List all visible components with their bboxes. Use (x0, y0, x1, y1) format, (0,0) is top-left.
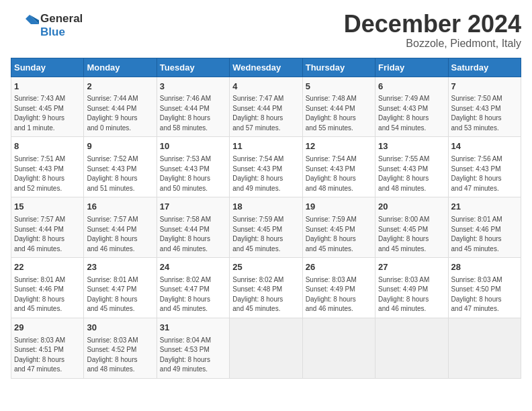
calendar-cell: 6Sunrise: 7:49 AM Sunset: 4:43 PM Daylig… (375, 77, 448, 137)
calendar-cell: 25Sunrise: 8:02 AM Sunset: 4:48 PM Dayli… (230, 258, 302, 318)
day-number: 30 (87, 322, 153, 334)
calendar-week-row: 22Sunrise: 8:01 AM Sunset: 4:46 PM Dayli… (11, 258, 521, 318)
calendar-cell: 21Sunrise: 8:01 AM Sunset: 4:46 PM Dayli… (448, 197, 521, 258)
logo-blue: Blue (40, 26, 83, 39)
day-info: Sunrise: 8:01 AM Sunset: 4:46 PM Dayligh… (451, 215, 518, 254)
day-info: Sunrise: 7:43 AM Sunset: 4:45 PM Dayligh… (14, 94, 81, 133)
day-number: 7 (451, 81, 518, 93)
day-number: 24 (160, 261, 226, 274)
day-info: Sunrise: 8:03 AM Sunset: 4:49 PM Dayligh… (378, 275, 445, 314)
day-number: 20 (378, 201, 445, 214)
day-info: Sunrise: 8:03 AM Sunset: 4:51 PM Dayligh… (14, 336, 81, 375)
calendar-cell: 23Sunrise: 8:01 AM Sunset: 4:47 PM Dayli… (84, 258, 157, 318)
day-number: 15 (14, 201, 81, 214)
day-number: 21 (451, 201, 518, 214)
calendar-cell: 9Sunrise: 7:52 AM Sunset: 4:43 PM Daylig… (84, 137, 157, 197)
calendar-week-row: 8Sunrise: 7:51 AM Sunset: 4:43 PM Daylig… (11, 137, 521, 197)
weekday-header: Thursday (302, 58, 375, 77)
calendar-table: SundayMondayTuesdayWednesdayThursdayFrid… (11, 58, 521, 379)
calendar-cell: 12Sunrise: 7:54 AM Sunset: 4:43 PM Dayli… (302, 137, 375, 197)
calendar-cell (448, 318, 521, 378)
calendar-cell: 16Sunrise: 7:57 AM Sunset: 4:44 PM Dayli… (84, 197, 157, 258)
day-number: 3 (160, 81, 226, 93)
day-info: Sunrise: 7:59 AM Sunset: 4:45 PM Dayligh… (306, 215, 372, 254)
day-number: 8 (14, 140, 81, 153)
calendar-week-row: 29Sunrise: 8:03 AM Sunset: 4:51 PM Dayli… (11, 318, 521, 378)
day-info: Sunrise: 7:54 AM Sunset: 4:43 PM Dayligh… (306, 154, 372, 193)
calendar-cell: 15Sunrise: 7:57 AM Sunset: 4:44 PM Dayli… (11, 197, 84, 258)
day-number: 6 (378, 81, 445, 93)
day-info: Sunrise: 7:53 AM Sunset: 4:43 PM Dayligh… (160, 154, 226, 193)
calendar-cell (302, 318, 375, 378)
day-number: 22 (14, 261, 81, 274)
logo-text-block: General Blue (40, 12, 83, 38)
day-info: Sunrise: 7:48 AM Sunset: 4:44 PM Dayligh… (306, 94, 372, 133)
title-block: December 2024 Bozzole, Piedmont, Italy (344, 11, 521, 50)
weekday-header: Sunday (11, 58, 84, 77)
calendar-cell: 3Sunrise: 7:46 AM Sunset: 4:44 PM Daylig… (157, 77, 229, 137)
day-number: 26 (306, 261, 372, 274)
day-number: 14 (451, 140, 518, 153)
calendar-cell: 14Sunrise: 7:56 AM Sunset: 4:43 PM Dayli… (448, 137, 521, 197)
day-info: Sunrise: 8:01 AM Sunset: 4:46 PM Dayligh… (14, 275, 81, 314)
calendar-cell: 2Sunrise: 7:44 AM Sunset: 4:44 PM Daylig… (84, 77, 157, 137)
day-info: Sunrise: 7:57 AM Sunset: 4:44 PM Dayligh… (14, 215, 81, 254)
day-number: 17 (160, 201, 226, 214)
calendar-cell: 29Sunrise: 8:03 AM Sunset: 4:51 PM Dayli… (11, 318, 84, 378)
location-subtitle: Bozzole, Piedmont, Italy (344, 38, 521, 50)
day-number: 28 (451, 261, 518, 274)
day-info: Sunrise: 7:59 AM Sunset: 4:45 PM Dayligh… (232, 215, 299, 254)
calendar-cell: 7Sunrise: 7:50 AM Sunset: 4:43 PM Daylig… (448, 77, 521, 137)
logo: General Blue (11, 11, 83, 40)
calendar-cell: 20Sunrise: 8:00 AM Sunset: 4:45 PM Dayli… (375, 197, 448, 258)
day-info: Sunrise: 7:57 AM Sunset: 4:44 PM Dayligh… (87, 215, 153, 254)
weekday-header: Friday (375, 58, 448, 77)
month-title: December 2024 (344, 11, 521, 38)
calendar-week-row: 15Sunrise: 7:57 AM Sunset: 4:44 PM Dayli… (11, 197, 521, 258)
calendar-cell: 22Sunrise: 8:01 AM Sunset: 4:46 PM Dayli… (11, 258, 84, 318)
day-number: 5 (306, 81, 372, 93)
calendar-cell: 8Sunrise: 7:51 AM Sunset: 4:43 PM Daylig… (11, 137, 84, 197)
day-number: 29 (14, 322, 81, 334)
weekday-header: Tuesday (157, 58, 229, 77)
day-info: Sunrise: 7:56 AM Sunset: 4:43 PM Dayligh… (451, 154, 518, 193)
calendar-cell: 26Sunrise: 8:03 AM Sunset: 4:49 PM Dayli… (302, 258, 375, 318)
calendar-cell (375, 318, 448, 378)
weekday-header: Monday (84, 58, 157, 77)
day-info: Sunrise: 7:50 AM Sunset: 4:43 PM Dayligh… (451, 94, 518, 133)
day-info: Sunrise: 8:02 AM Sunset: 4:47 PM Dayligh… (160, 275, 226, 314)
day-number: 18 (232, 201, 299, 214)
logo-general: General (40, 12, 83, 26)
calendar-cell: 10Sunrise: 7:53 AM Sunset: 4:43 PM Dayli… (157, 137, 229, 197)
calendar-cell: 28Sunrise: 8:03 AM Sunset: 4:50 PM Dayli… (448, 258, 521, 318)
calendar-cell: 17Sunrise: 7:58 AM Sunset: 4:44 PM Dayli… (157, 197, 229, 258)
day-info: Sunrise: 8:03 AM Sunset: 4:52 PM Dayligh… (87, 336, 153, 375)
weekday-header: Wednesday (230, 58, 302, 77)
day-number: 12 (306, 140, 372, 153)
day-info: Sunrise: 7:47 AM Sunset: 4:44 PM Dayligh… (232, 94, 299, 133)
day-info: Sunrise: 7:55 AM Sunset: 4:43 PM Dayligh… (378, 154, 445, 193)
calendar-week-row: 1Sunrise: 7:43 AM Sunset: 4:45 PM Daylig… (11, 77, 521, 137)
calendar-cell: 13Sunrise: 7:55 AM Sunset: 4:43 PM Dayli… (375, 137, 448, 197)
calendar-cell: 1Sunrise: 7:43 AM Sunset: 4:45 PM Daylig… (11, 77, 84, 137)
calendar-cell: 18Sunrise: 7:59 AM Sunset: 4:45 PM Dayli… (230, 197, 302, 258)
day-info: Sunrise: 7:44 AM Sunset: 4:44 PM Dayligh… (87, 94, 153, 133)
calendar-cell: 30Sunrise: 8:03 AM Sunset: 4:52 PM Dayli… (84, 318, 157, 378)
page-header: General Blue December 2024 Bozzole, Pied… (11, 11, 521, 50)
day-info: Sunrise: 7:58 AM Sunset: 4:44 PM Dayligh… (160, 215, 226, 254)
calendar-cell: 24Sunrise: 8:02 AM Sunset: 4:47 PM Dayli… (157, 258, 229, 318)
calendar-cell (230, 318, 302, 378)
calendar-cell: 5Sunrise: 7:48 AM Sunset: 4:44 PM Daylig… (302, 77, 375, 137)
day-number: 27 (378, 261, 445, 274)
day-number: 1 (14, 81, 81, 93)
day-info: Sunrise: 8:04 AM Sunset: 4:53 PM Dayligh… (160, 336, 226, 375)
day-number: 31 (160, 322, 226, 334)
day-number: 10 (160, 140, 226, 153)
logo-bird-icon (11, 11, 40, 40)
day-number: 2 (87, 81, 153, 93)
day-number: 25 (232, 261, 299, 274)
day-info: Sunrise: 7:46 AM Sunset: 4:44 PM Dayligh… (160, 94, 226, 133)
day-number: 4 (232, 81, 299, 93)
calendar-header-row: SundayMondayTuesdayWednesdayThursdayFrid… (11, 58, 521, 77)
day-info: Sunrise: 8:03 AM Sunset: 4:49 PM Dayligh… (306, 275, 372, 314)
